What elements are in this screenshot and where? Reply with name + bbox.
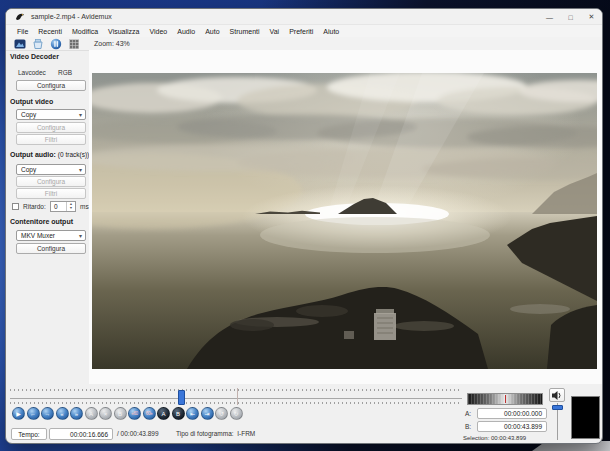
spinner-arrows-icon[interactable]: ▲▼ — [66, 202, 75, 211]
selection-duration-label: Selection: 00:00:43.899 — [463, 435, 526, 441]
chevron-down-icon: ▾ — [79, 232, 82, 239]
job-queue-icon[interactable] — [68, 38, 80, 50]
chevron-down-icon: ▾ — [79, 166, 82, 173]
transport-controls: ▶ ← → « » A × B «60 60» A B ⇤ ⇥ ↺ ↻ — [12, 407, 243, 420]
menu-modifica[interactable]: Modifica — [67, 28, 103, 35]
video-panel — [89, 50, 603, 384]
toolbar: Zoom: 43% — [6, 37, 602, 51]
delay-spinner[interactable]: 0 ▲▼ — [50, 201, 76, 212]
previous-black-frame-button: ↺ — [215, 407, 228, 420]
open-video-icon[interactable] — [14, 38, 26, 50]
window-title: sample-2.mp4 - Avidemux — [31, 13, 112, 20]
marker-a-label: A: — [465, 410, 471, 417]
container-configure-button[interactable]: Configura — [16, 243, 86, 254]
next-frame-button[interactable]: → — [41, 407, 54, 420]
next-keyframe-button[interactable]: » — [70, 407, 83, 420]
decoder-codec-label[interactable]: Lavcodec — [18, 69, 46, 76]
app-icon — [15, 12, 25, 22]
marker-b-label: B: — [465, 423, 471, 430]
timeline-ticks-bottom — [10, 402, 462, 404]
menu-recenti[interactable]: Recenti — [33, 28, 67, 35]
video-filters-button: Filtri — [16, 134, 86, 145]
first-frame-button[interactable]: ⇤ — [186, 407, 199, 420]
next-black-frame-button: ↻ — [230, 407, 243, 420]
save-video-icon[interactable] — [32, 38, 44, 50]
menu-aiuto[interactable]: Aiuto — [318, 28, 344, 35]
audio-configure-button: Configura — [16, 176, 86, 187]
delay-checkbox[interactable] — [12, 203, 19, 210]
menu-video[interactable]: Video — [144, 28, 172, 35]
set-marker-b-button[interactable]: B — [172, 407, 185, 420]
back-one-minute-button[interactable]: «60 — [128, 407, 141, 420]
decoder-mode-label: RGB — [58, 69, 72, 76]
output-video-header: Output video — [10, 98, 53, 105]
current-time-field[interactable]: 00:00:16.666 — [49, 428, 113, 440]
muxer-select[interactable]: MKV Muxer ▾ — [16, 230, 86, 241]
audio-filters-button: Filtri — [16, 188, 86, 199]
chevron-down-icon: ▾ — [79, 111, 82, 118]
forward-one-minute-button[interactable]: 60» — [143, 407, 156, 420]
preview-thumbnail — [571, 396, 600, 439]
speaker-icon — [551, 390, 563, 401]
marker-a-field[interactable]: 00:00:00.000 — [477, 408, 547, 419]
timeline-handle[interactable] — [178, 390, 185, 405]
menu-audio[interactable]: Audio — [172, 28, 200, 35]
decoder-configure-button[interactable]: Configura — [16, 80, 86, 91]
delay-unit-label: ms — [80, 203, 89, 210]
zoom-level-label: Zoom: 43% — [94, 40, 130, 47]
set-marker-a-button[interactable]: A — [157, 407, 170, 420]
video-codec-select[interactable]: Copy ▾ — [16, 109, 86, 120]
last-frame-button[interactable]: ⇥ — [201, 407, 214, 420]
menu-visualizza[interactable]: Visualizza — [103, 28, 144, 35]
volume-slider-handle[interactable] — [552, 405, 563, 410]
shuttle-center-mark — [505, 395, 506, 403]
volume-button[interactable] — [549, 388, 565, 402]
information-icon[interactable] — [50, 38, 62, 50]
video-frame — [92, 73, 597, 369]
audio-tracks-count: (0 track(s)) — [58, 151, 89, 158]
frame-type-label: Tipo di fotogramma: I-FRM — [176, 430, 255, 437]
timeline-track[interactable] — [10, 398, 462, 399]
output-container-header: Contenitore output — [10, 218, 73, 225]
time-label: Tempo: — [11, 428, 47, 440]
avidemux-window: sample-2.mp4 - Avidemux — □ ✕ File Recen… — [5, 8, 603, 444]
previous-cut-point-button: A — [85, 407, 98, 420]
minimize-button[interactable]: — — [539, 9, 560, 25]
total-time-label: / 00:00:43.899 — [117, 430, 159, 437]
close-button[interactable]: ✕ — [581, 9, 602, 25]
menu-bar: File Recenti Modifica Visualizza Video A… — [6, 25, 602, 37]
titlebar[interactable]: sample-2.mp4 - Avidemux — □ ✕ — [6, 9, 602, 25]
menu-vai[interactable]: Vai — [265, 28, 285, 35]
menu-strumenti[interactable]: Strumenti — [225, 28, 265, 35]
shuttle-dial[interactable] — [467, 393, 543, 405]
menu-preferiti[interactable]: Preferiti — [284, 28, 318, 35]
audio-codec-select[interactable]: Copy ▾ — [16, 164, 86, 175]
output-audio-header: Output audio: (0 track(s)) — [10, 151, 89, 158]
video-configure-button: Configura — [16, 122, 86, 133]
maximize-button[interactable]: □ — [560, 9, 581, 25]
video-decoder-header: Video Decoder — [10, 53, 59, 60]
previous-keyframe-button[interactable]: « — [56, 407, 69, 420]
marker-b-field[interactable]: 00:00:43.899 — [477, 421, 547, 432]
menu-auto[interactable]: Auto — [200, 28, 224, 35]
menu-file[interactable]: File — [12, 28, 33, 35]
previous-frame-button[interactable]: ← — [27, 407, 40, 420]
play-button[interactable]: ▶ — [12, 407, 25, 420]
timeline-marker — [237, 388, 238, 405]
timeline-ticks-top — [10, 389, 462, 391]
next-cut-point-button: B — [114, 407, 127, 420]
stop-button: × — [99, 407, 112, 420]
frame-type-value: I-FRM — [237, 430, 255, 437]
delay-label: Ritardo: — [23, 203, 46, 210]
